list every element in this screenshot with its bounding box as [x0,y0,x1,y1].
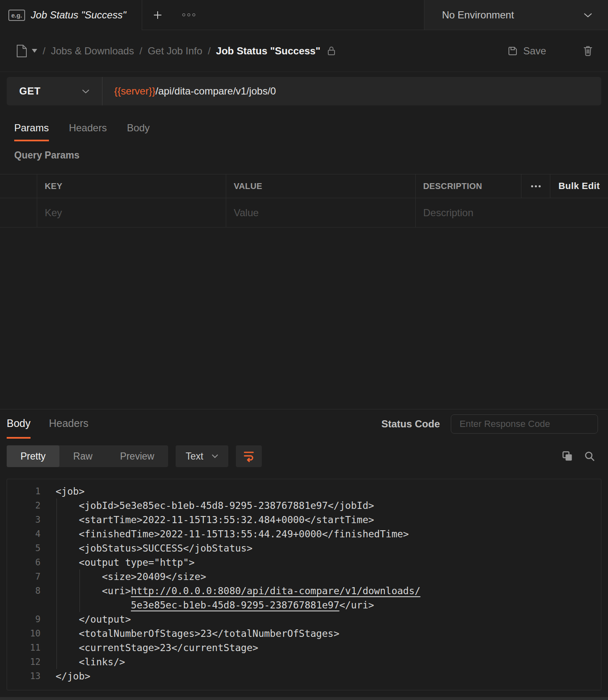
row-handle-column [0,174,37,198]
breadcrumb-item-folder[interactable]: Get Job Info [148,45,202,57]
code-line: 11 <currentStage>23</currentStage> [7,641,601,655]
tab-headers[interactable]: Headers [69,122,107,141]
add-tab-button[interactable] [152,10,163,20]
line-number: 6 [7,557,41,567]
code-text: <startTime>2022-11-15T13:55:32.484+0000<… [41,514,374,525]
row-handle-cell [0,198,37,227]
code-line: 5 <jobStatus>SUCCESS</jobStatus> [7,541,601,555]
format-label: Text [186,451,203,462]
response-tab-body[interactable]: Body [7,409,31,439]
chevron-down-icon [82,89,89,94]
line-number: 3 [7,515,41,525]
table-row: Key Value Description [0,198,608,227]
top-bar: e.g. Job Status "Success" No Environment [0,0,608,30]
query-params-table: KEY VALUE DESCRIPTION Bulk Edit Key Valu… [0,174,608,227]
code-line: 3 <startTime>2022-11-15T13:55:32.484+000… [7,513,601,527]
line-number: 1 [7,486,41,496]
code-line: 5e3e85ec-b1eb-45d8-9295-238767881e97</ur… [7,598,601,612]
line-number: 8 [7,586,41,596]
status-code-input[interactable] [451,414,598,434]
code-line: 13</job> [7,669,601,683]
request-tabs: Params Headers Body [14,122,608,141]
view-preview-button[interactable]: Preview [106,445,168,467]
search-icon[interactable] [584,451,595,462]
value-input[interactable]: Value [226,198,415,227]
url-variable: {{server}} [114,85,156,97]
breadcrumb-separator: / [43,45,46,57]
code-text: <output type="http"> [41,557,194,568]
request-tab[interactable]: e.g. Job Status "Success" [0,0,142,30]
breadcrumb: / Jobs & Downloads / Get Job Info / Job … [0,30,608,72]
tab-options-icon[interactable] [182,13,195,16]
indent-guide [56,498,57,669]
breadcrumb-item-collection[interactable]: Jobs & Downloads [51,45,134,57]
view-mode-switcher: Pretty Raw Preview [7,445,168,467]
url-input[interactable]: {{server}}/api/dita-compare/v1/jobs/0 [102,77,276,105]
environment-label: No Environment [442,9,514,21]
key-input[interactable]: Key [37,198,226,227]
line-number: 12 [7,657,41,667]
code-text: <size>20409</size> [41,571,206,582]
save-label: Save [523,45,546,57]
response-tab-headers[interactable]: Headers [49,409,89,439]
code-text: <finishedTime>2022-11-15T13:55:44.249+00… [41,529,409,539]
response-body-viewer: 1<job>2 <jobId>5e3e85ec-b1eb-45d8-9295-2… [7,479,601,690]
table-options-icon[interactable] [521,174,550,198]
indent-guide [79,570,80,612]
response-section: Body Headers Status Code Pretty Raw Prev… [0,409,608,690]
line-number: 9 [7,614,41,624]
code-text: <links/> [41,657,125,667]
tab-params[interactable]: Params [14,122,49,141]
environment-selector[interactable]: No Environment [424,0,608,30]
line-number: 7 [7,572,41,582]
code-text: <jobId>5e3e85ec-b1eb-45d8-9295-238767881… [41,500,374,511]
line-number: 13 [7,671,41,681]
code-line: 1<job> [7,484,601,498]
code-line: 4 <finishedTime>2022-11-15T13:55:44.249+… [7,527,601,541]
view-raw-button[interactable]: Raw [59,445,106,467]
request-url-row: GET {{server}}/api/dita-compare/v1/jobs/… [0,72,608,105]
breadcrumb-separator: / [208,45,211,57]
breadcrumb-separator: / [139,45,142,57]
line-number: 11 [7,643,41,653]
code-text: </output> [41,614,131,625]
copy-icon[interactable] [562,450,573,462]
breadcrumb-current: Job Status "Success" [216,45,321,57]
code-link[interactable]: http://0.0.0.0:8080/api/dita-compare/v1/… [131,585,420,596]
code-text: <job> [41,486,84,497]
method-label: GET [19,85,41,97]
empty-area [0,227,608,409]
collection-caret-icon[interactable] [32,49,37,53]
line-number: 10 [7,628,41,639]
line-number: 5 [7,543,41,553]
bulk-edit-button[interactable]: Bulk Edit [550,174,608,198]
method-dropdown[interactable]: GET [7,77,102,105]
code-text: 5e3e85ec-b1eb-45d8-9295-238767881e97</ur… [41,600,374,611]
column-header-key: KEY [37,174,226,198]
response-toolbar: Pretty Raw Preview Text [7,445,601,467]
query-params-label: Query Params [14,149,608,161]
example-badge: e.g. [8,10,25,21]
code-line: 12 <links/> [7,655,601,669]
response-header: Body Headers Status Code [0,409,608,439]
wrap-lines-button[interactable] [236,445,262,467]
line-number: 4 [7,529,41,539]
save-icon [507,46,518,56]
format-dropdown[interactable]: Text [176,445,228,467]
description-input[interactable]: Description [415,198,608,227]
code-link[interactable]: 5e3e85ec-b1eb-45d8-9295-238767881e97 [131,600,340,611]
code-lines: 1<job>2 <jobId>5e3e85ec-b1eb-45d8-9295-2… [7,484,601,683]
save-button[interactable]: Save [507,45,546,57]
code-line: 10 <totalNumberOfStages>23</totalNumberO… [7,626,601,641]
code-line: 7 <size>20409</size> [7,570,601,584]
chevron-down-icon [584,13,592,18]
code-text: <jobStatus>SUCCESS</jobStatus> [41,543,253,554]
delete-button[interactable] [583,45,593,56]
view-pretty-button[interactable]: Pretty [7,445,59,467]
tab-body[interactable]: Body [127,122,150,141]
response-actions [562,450,595,462]
code-text: <currentStage>23</currentStage> [41,642,258,653]
code-text: <totalNumberOfStages>23</totalNumberOfSt… [41,628,340,639]
url-bar: GET {{server}}/api/dita-compare/v1/jobs/… [7,77,601,105]
collection-file-icon[interactable] [15,44,28,58]
